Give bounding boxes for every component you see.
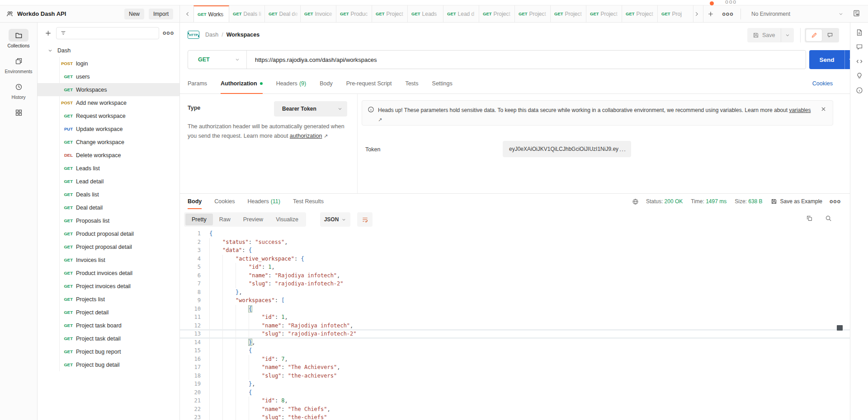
filter-collections-input[interactable] [56,27,159,39]
open-tab-12[interactable]: GETProject [586,5,622,22]
sidebar-options-icon[interactable]: ooo [163,30,174,36]
response-body-editor[interactable]: 1{2"status": "success",3"data": {4"activ… [180,229,850,420]
token-field[interactable]: eyJ0eXAiOiJKV1QiLCJhbGciOiJIUzI1NiJ9.ey … [503,141,631,157]
comments-icon[interactable] [856,43,863,51]
add-collection-icon[interactable] [45,30,52,37]
tab-label: Deals li [244,11,261,17]
open-tab-4[interactable]: GETInvoice [301,5,336,22]
scrollbar-thumb[interactable] [837,325,843,331]
open-tab-10[interactable]: GETProject [515,5,551,22]
sidebar-request-project-bug-detail[interactable]: GETProject bug detail [38,358,179,371]
scroll-tabs-left-icon[interactable] [182,5,193,22]
edit-request-button[interactable] [806,29,822,41]
breadcrumb-collection[interactable]: Dash [205,32,218,38]
tab-options-icon[interactable]: ooo [722,9,733,19]
indent-guide [236,405,249,414]
wrap-lines-button[interactable] [357,212,373,227]
cookies-link[interactable]: Cookies [812,80,833,87]
info-icon[interactable] [856,87,863,94]
request-tab-params[interactable]: Params [188,73,207,93]
response-tab-test-results[interactable]: Test Results [293,194,324,209]
sidebar-request-product-proposal-detail[interactable]: GETProduct proposal detail [38,227,179,240]
sidebar-request-project-invoices-detail[interactable]: GETProject invoices detail [38,280,179,293]
open-tab-3[interactable]: GETDeal de [265,5,301,22]
request-tab-headers[interactable]: Headers(9) [276,73,307,93]
open-tab-13[interactable]: GETProject [622,5,658,22]
view-mode-preview[interactable]: Preview [237,214,269,225]
sidebar-request-lead-detail[interactable]: GETLead detail [38,175,179,188]
sidebar-request-product-invoices-detail[interactable]: GETProduct invoices detail [38,266,179,280]
comments-button[interactable] [822,29,838,41]
environment-selector[interactable]: No Environment [745,5,846,22]
sidebar-request-delete-workspace[interactable]: DELDelete workspace [38,149,179,162]
view-mode-visualize[interactable]: Visualize [269,214,305,225]
collection-dash[interactable]: Dash [38,44,179,57]
sidebar-request-leads-list[interactable]: GETLeads list [38,162,179,175]
request-tab-pre-request-script[interactable]: Pre-request Script [346,73,392,93]
sidebar-request-change-workspace[interactable]: GETChange workspace [38,135,179,149]
related-requests-icon[interactable] [856,72,863,79]
sidebar-request-projects-list[interactable]: GETProjects list [38,293,179,306]
save-options-chevron-icon[interactable] [781,28,794,42]
import-button[interactable]: Import [149,9,173,19]
rail-item-environments[interactable]: Environments [0,55,37,74]
sidebar-request-add-new-workspace[interactable]: POSTAdd new workspace [38,96,179,109]
view-mode-pretty[interactable]: Pretty [185,214,213,225]
save-as-example-button[interactable]: Save as Example [771,198,822,205]
sidebar-request-project-proposal-detail[interactable]: GETProject proposal detail [38,240,179,253]
view-mode-raw[interactable]: Raw [213,214,237,225]
scroll-tabs-right-icon[interactable] [690,5,703,22]
close-banner-icon[interactable] [821,106,826,125]
method-selector[interactable]: GET [188,51,247,69]
sidebar-request-workspaces[interactable]: GETWorkspaces [38,83,179,96]
request-tab-authorization[interactable]: Authorization [221,73,263,93]
request-tab-tests[interactable]: Tests [405,73,418,93]
open-tab-7[interactable]: GETLeads [408,5,443,22]
open-tab-14[interactable]: GETProj [658,5,693,22]
rail-item-mock[interactable] [0,106,37,119]
authorization-link[interactable]: authorization [290,133,322,139]
sidebar-request-proposals-list[interactable]: GETProposals list [38,214,179,227]
open-tab-8[interactable]: GETLead d [443,5,479,22]
sidebar-request-update-workspace[interactable]: PUTUpdate workspace [38,122,179,135]
open-tab-2[interactable]: GETDeals li [229,5,265,22]
response-tab-body[interactable]: Body [188,194,202,209]
sidebar-request-deal-detail[interactable]: GETDeal detail [38,201,179,214]
save-button[interactable]: Save [747,28,794,42]
request-tab-settings[interactable]: Settings [432,73,453,93]
copy-response-icon[interactable] [806,215,813,222]
sidebar-request-project-bug-report[interactable]: GETProject bug report [38,345,179,358]
sidebar-request-users[interactable]: GETusers [38,70,179,83]
open-tab-11[interactable]: GETProject [551,5,586,22]
documentation-icon[interactable] [856,29,863,36]
request-tab-body[interactable]: Body [320,73,333,93]
sidebar-request-invoices-list[interactable]: GETInvoices list [38,253,179,266]
environment-quick-look-icon[interactable] [853,9,860,17]
open-tab-5[interactable]: GETProduc [336,5,372,22]
url-input[interactable]: https://apps.rajodiya.com/dash/api/works… [255,56,377,63]
sidebar-request-login[interactable]: POSTlogin [38,57,179,70]
new-button[interactable]: New [124,9,144,19]
rail-item-collections[interactable]: Collections [0,29,37,48]
sidebar-request-request-workspace[interactable]: GETRequest workspace [38,109,179,122]
send-button[interactable]: Send [809,50,844,69]
language-selector[interactable]: JSON [320,212,350,227]
open-tab-1[interactable]: GETWorks [193,5,229,22]
sidebar-request-project-task-detail[interactable]: GETProject task detail [38,332,179,345]
network-globe-icon[interactable] [632,198,639,205]
sidebar-request-deals-list[interactable]: GETDeals list [38,188,179,201]
rail-item-history[interactable]: History [0,80,37,100]
breadcrumb-request[interactable]: Workspaces [226,32,259,38]
response-options-icon[interactable]: ooo [830,198,841,205]
sidebar-request-project-detail[interactable]: GETProject detail [38,306,179,319]
sidebar-request-project-task-board[interactable]: GETProject task board [38,319,179,332]
response-tab-cookies[interactable]: Cookies [214,194,235,209]
open-tab-6[interactable]: GETProject [372,5,408,22]
new-tab-button[interactable] [705,9,716,19]
search-response-icon[interactable] [825,215,832,222]
auth-type-select[interactable]: Bearer Token [274,101,347,117]
response-tab-headers[interactable]: Headers(11) [247,194,280,209]
variables-link[interactable]: variables [789,107,811,113]
code-snippet-icon[interactable] [856,58,863,65]
open-tab-9[interactable]: GETProject [479,5,515,22]
